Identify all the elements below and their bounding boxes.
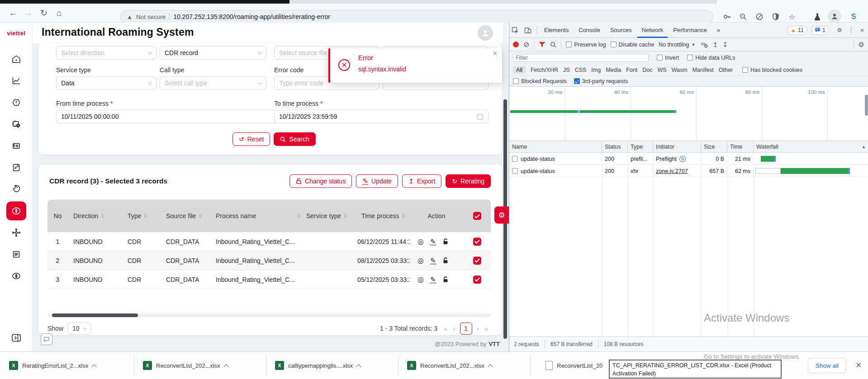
col-time[interactable]: Time process — [357, 212, 409, 220]
tab-sources[interactable]: Sources — [606, 23, 636, 38]
request-row[interactable]: update-status 200 prefli... Preflight⇅ 0… — [509, 153, 868, 165]
import-har-icon[interactable]: ↥ — [712, 41, 718, 48]
chip-doc[interactable]: Doc — [642, 67, 652, 73]
devtools-menu-icon[interactable]: ⋮ — [846, 23, 855, 37]
lock-icon[interactable] — [442, 276, 449, 283]
zoom-icon[interactable] — [736, 10, 750, 23]
current-page-button[interactable]: 1 — [460, 323, 472, 335]
table-row[interactable]: 1 INBOUND CDR CDR_DATA Inbound_Rating_Vi… — [47, 232, 491, 251]
clear-icon[interactable]: ⊘ — [523, 40, 529, 49]
download-item[interactable]: X ReratingErrorList_2...xlsx — [5, 356, 100, 374]
chip-other[interactable]: Other — [719, 67, 733, 73]
sidebar-item-data-sync[interactable] — [0, 136, 33, 156]
sidebar-collapse-button[interactable] — [0, 328, 33, 348]
disable-cache-toggle[interactable]: Disable cache — [611, 42, 655, 48]
page-vertical-scrollbar[interactable] — [503, 23, 508, 351]
close-icon[interactable]: ✕ — [493, 50, 498, 57]
chevron-up-icon[interactable] — [356, 364, 361, 369]
download-item[interactable]: X ReconvertList_202...xlsx — [138, 356, 232, 374]
devtools-close-icon[interactable]: × — [856, 23, 868, 37]
col-initiator[interactable]: Initiator — [653, 141, 701, 153]
key-icon[interactable] — [720, 10, 734, 23]
page-size-select[interactable]: 10 — [68, 322, 91, 335]
checkbox[interactable] — [742, 67, 748, 73]
user-avatar[interactable] — [478, 25, 493, 41]
direction-select[interactable]: Select direction — [56, 46, 157, 60]
sort-icon[interactable] — [144, 214, 147, 218]
checkbox[interactable] — [611, 42, 617, 47]
table-row[interactable]: 3 INBOUND CDR CDR_DATA Inbound_Rating_Vi… — [47, 270, 491, 289]
chevron-up-icon[interactable] — [488, 364, 493, 369]
preflight-icon[interactable]: ⇅ — [679, 156, 686, 162]
s-extension-icon[interactable]: S — [847, 10, 860, 23]
throttling-select[interactable]: No throttling▼ — [659, 42, 695, 48]
initiator-link[interactable]: zone.js:2707 — [656, 168, 688, 174]
row-checkbox[interactable] — [473, 238, 481, 246]
record-type-select[interactable]: CDR record — [160, 46, 266, 60]
sort-icon[interactable] — [402, 214, 405, 218]
lock-icon[interactable] — [442, 238, 449, 245]
forward-icon[interactable]: → — [21, 8, 36, 18]
col-source[interactable]: Source file — [161, 212, 210, 220]
col-service[interactable]: Service type — [301, 212, 357, 220]
back-icon[interactable]: ← — [5, 8, 21, 18]
tab-console[interactable]: Console — [574, 23, 605, 38]
export-har-icon[interactable]: ↧ — [722, 41, 728, 48]
sort-icon[interactable] — [344, 214, 347, 218]
sidebar-item-alerts[interactable] — [0, 93, 33, 112]
chip-ws[interactable]: WS — [657, 67, 666, 73]
warnings-badge[interactable]: ▲11 — [787, 26, 807, 35]
sort-icon[interactable] — [101, 214, 104, 218]
shield-icon[interactable] — [769, 10, 783, 23]
devtools-scrollbar-thumb[interactable] — [865, 95, 868, 116]
row-checkbox[interactable] — [473, 257, 481, 265]
tab-network[interactable]: Network — [637, 23, 668, 38]
next-page-icon[interactable]: › — [477, 325, 479, 332]
edit-icon[interactable]: ✎ — [430, 257, 436, 264]
col-process[interactable]: Process name — [210, 212, 301, 220]
col-time[interactable]: Time — [727, 141, 754, 153]
profile-avatar-icon[interactable] — [828, 9, 841, 23]
chevron-up-icon[interactable] — [223, 364, 228, 369]
rerating-button[interactable]: ↻Rerating — [446, 174, 491, 188]
chip-all[interactable]: All — [513, 66, 526, 74]
has-blocked-cookies-toggle[interactable]: Has blocked cookies — [742, 67, 802, 73]
devtools-settings-icon[interactable]: ⚙ — [834, 23, 845, 37]
checkbox[interactable] — [513, 78, 519, 84]
sidebar-item-package[interactable] — [0, 179, 33, 199]
table-row[interactable]: 2 INBOUND CDR CDR_DATA Inbound_Rating_Vi… — [47, 251, 491, 270]
update-button[interactable]: ✎Update — [356, 174, 398, 188]
issues-badge[interactable]: 1 — [811, 26, 829, 35]
sidebar-item-report[interactable] — [0, 244, 33, 264]
bookmark-star-icon[interactable]: ☆ — [785, 10, 799, 23]
request-checkbox[interactable] — [512, 156, 518, 162]
network-settings-gear-icon[interactable]: ⚙ — [859, 41, 864, 49]
chip-wasm[interactable]: Wasm — [672, 67, 688, 73]
browser-tab[interactable] — [717, 0, 868, 4]
col-size[interactable]: Size — [701, 141, 727, 153]
sidebar-item-billing-active[interactable] — [0, 201, 33, 221]
download-item[interactable]: X ReconvertList_202...xlsx — [403, 356, 497, 374]
col-type[interactable]: Type — [628, 141, 653, 153]
blocked-content-icon[interactable] — [753, 10, 766, 23]
chip-media[interactable]: Media — [606, 67, 621, 73]
device-toolbar-icon[interactable] — [522, 23, 534, 37]
chip-img[interactable]: Img — [591, 67, 601, 73]
invert-toggle[interactable]: Invert — [657, 55, 679, 61]
to-time-picker[interactable] — [274, 110, 489, 123]
checkbox-checked[interactable] — [574, 78, 580, 84]
change-status-button[interactable]: Change status — [289, 174, 352, 188]
view-icon[interactable]: ◎ — [417, 256, 424, 265]
col-no[interactable]: No — [47, 212, 68, 220]
from-time-field[interactable] — [61, 113, 278, 120]
downloads-close-icon[interactable]: ✕ — [856, 361, 862, 370]
request-checkbox[interactable] — [512, 168, 518, 174]
view-icon[interactable]: ◎ — [417, 275, 424, 284]
reload-icon[interactable]: ↻ — [36, 8, 52, 18]
checkbox[interactable] — [657, 55, 663, 61]
url-text[interactable]: 10.207.252.135:8200/roaming-app/utilitie… — [173, 13, 330, 20]
chevron-up-icon[interactable] — [91, 364, 96, 369]
row-checkbox[interactable] — [473, 276, 481, 284]
tab-performance[interactable]: Performance — [669, 23, 711, 38]
sidebar-item-processing[interactable] — [0, 114, 33, 134]
